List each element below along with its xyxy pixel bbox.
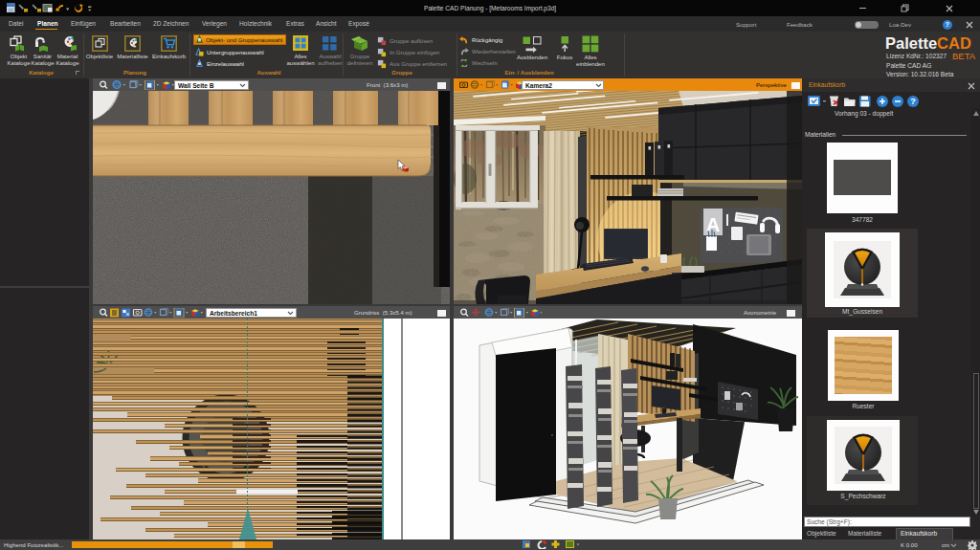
svg-text:?: ? [910, 97, 916, 106]
